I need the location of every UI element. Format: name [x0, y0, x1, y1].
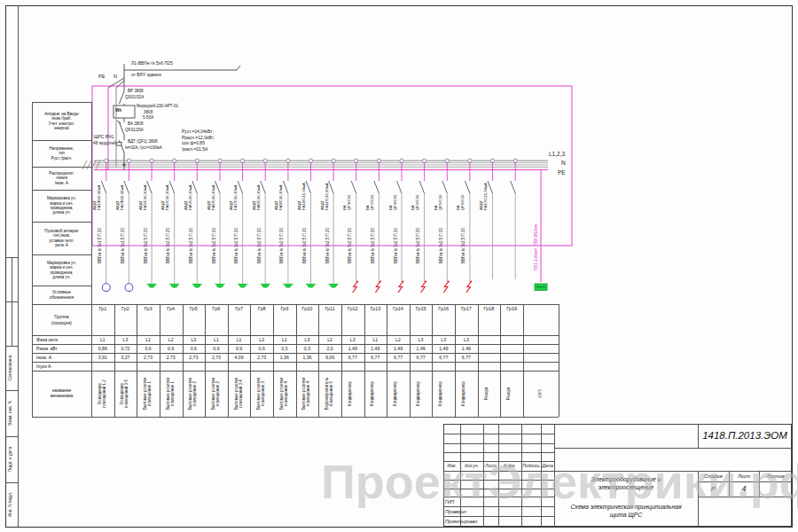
- cable-label: ВВГнг-ls 3х2,5 П 20: [348, 207, 352, 263]
- current-cell: 6,77: [341, 354, 364, 362]
- power-cell: 1,49: [364, 345, 387, 353]
- breaker-tag-label: АВДТ FA7/C16,30мА: [230, 171, 238, 210]
- breaker-tag-label: АВДТ FA6/C16,30мА: [207, 171, 215, 210]
- power-cell: 0,6: [137, 345, 160, 353]
- current-cell: 2,73: [137, 354, 160, 362]
- group-id-cell: Гр5: [183, 306, 206, 311]
- start-current-cell: [455, 363, 478, 371]
- cable-label: ВВГнг-ls 3х2,5 П 20: [439, 207, 443, 263]
- incoming-feeder: [108, 64, 240, 170]
- load-parameters: Руст.=14,04кВт; Ррасч.=12,0кВт; cos ф=0,…: [182, 129, 215, 152]
- main-switch-symbol: [120, 91, 125, 104]
- current-cell: 2,73: [183, 354, 206, 362]
- mechanism-name-label: Водонагреватель помещения 5: [325, 373, 333, 414]
- bus-tap: [445, 159, 449, 162]
- watermark: ПроектЭлектрики.рф: [321, 454, 798, 509]
- mechanism-name-label: Бытовые розетки помещения 1: [143, 373, 152, 414]
- cable-label: ВВГнг-ls 3х1,5 П 20: [121, 207, 125, 263]
- breaker-tag-label: ВА QF4/C16: [411, 171, 419, 210]
- bus-tap: [286, 159, 290, 162]
- cable-label: ВВГнг-ls 3х2,5 П 20: [302, 207, 307, 263]
- breaker-tag-label: АВДТ FA10/C16,30мА: [298, 171, 306, 210]
- bus-tap: [490, 159, 494, 162]
- lamp-icon: [125, 284, 133, 292]
- power-cell: 1,49: [341, 345, 364, 353]
- current-cell: 4,09: [228, 354, 251, 362]
- conditioner-icon: [466, 280, 473, 293]
- current-cell: [500, 354, 523, 362]
- n-label: N: [113, 74, 117, 80]
- input-breaker-type: ВА 3808: [128, 121, 143, 127]
- rcd-type: ВДТ (QF1) 3808: [128, 139, 158, 145]
- start-current-cell: [114, 363, 137, 371]
- phase-cell: L1: [91, 336, 114, 344]
- breaker-tag-label: ВА QF6/C16: [457, 171, 465, 210]
- cable-label: ВВГнг-ls 3х2,5 П 20: [416, 207, 420, 263]
- breaker-tag-label: АВДТ FA1/B10,30мА: [93, 171, 101, 210]
- group-id-cell: Гр11: [318, 306, 341, 311]
- group-id-cell: Гр4: [160, 306, 183, 311]
- kup-name-label: КУП: [538, 373, 543, 414]
- cable-label: ВВГнг-ls 3х2,5 П 20: [144, 207, 148, 263]
- current-cell: 2,73: [160, 354, 183, 362]
- cable-label: ВВГнг-ls 3х1,5 П 20: [98, 207, 102, 263]
- group-id-cell: Гр8: [250, 306, 273, 311]
- main-switch-type: ВР 3808: [128, 89, 144, 94]
- breaker-symbol: [169, 181, 175, 193]
- main-switch-tag: QS01/32A: [125, 95, 144, 100]
- start-current-cell: [364, 363, 387, 371]
- mechanism-name-label: Кондиционер: [416, 373, 420, 414]
- breaker-tag-label: АВДТ FA8/C16,30мА: [253, 171, 261, 210]
- phase-cell: L1: [364, 336, 387, 344]
- breaker-symbol: [238, 181, 243, 193]
- phase-cell: L1: [205, 336, 228, 344]
- mechanism-name-label: Бытовые розетки помещения 4: [301, 373, 310, 414]
- breaker-tag-label: АВДТ FA11/C16,30мА: [321, 171, 329, 210]
- breaker-symbol: [351, 181, 356, 193]
- bus-tap: [218, 159, 222, 162]
- breaker-tag-label: АВДТ FA2/B10,30мА: [116, 171, 124, 210]
- cable-label: ВВГнг-ls 3х2,5 П 20: [461, 207, 466, 263]
- cable-label: ВВГнг-ls 3х2,5 П 20: [189, 207, 193, 263]
- grid-hline: [32, 417, 559, 418]
- mechanism-name-label: Резерв: [506, 373, 511, 414]
- group-id-cell: Гр10: [296, 306, 319, 311]
- socket-icon: [238, 285, 247, 288]
- panel-boundary: [92, 86, 572, 246]
- phase-cell: L3: [296, 336, 319, 344]
- breaker-symbol: [511, 181, 516, 193]
- socket-icon: [261, 285, 270, 288]
- group-id-cell: Гр15: [410, 306, 433, 311]
- phase-cell: L1: [228, 336, 251, 344]
- phase-cell: L2: [160, 336, 183, 344]
- group-id-cell: Гр16: [432, 306, 455, 311]
- mechanism-name-label: Бытовые розетки помещений 3,4: [234, 373, 243, 414]
- phase-cell: L2: [250, 336, 273, 344]
- phase-cell: L3: [455, 336, 478, 344]
- row-label: Условные обозначения: [33, 286, 90, 304]
- meter-type: Меркурий-230-АРТ-01: [137, 104, 178, 109]
- breaker-symbol: [283, 181, 288, 193]
- row-label: Iном. А: [33, 353, 94, 362]
- breaker-tag-label: ВА QF2/C16: [366, 171, 374, 210]
- group-id-cell: Гр19: [500, 306, 523, 311]
- bus-tap: [332, 159, 335, 162]
- breaker-symbol: [488, 181, 493, 193]
- bus-tap: [513, 159, 517, 162]
- breaker-tag-label: АВДТ FA9/C16,30мА: [275, 171, 283, 210]
- start-current-cell: [137, 363, 160, 371]
- phase-cell: L1: [273, 336, 296, 344]
- bus-tap: [355, 159, 358, 162]
- breaker-symbol: [192, 181, 198, 193]
- power-cell: [478, 345, 501, 353]
- pe-label: PE: [98, 74, 105, 80]
- rcd-settings: Iн=32А; Iуст=100мА: [125, 145, 162, 151]
- current-cell: 1,36: [296, 354, 319, 362]
- row-label: Фаза сети: [33, 335, 94, 344]
- doc-number: 1418.П.2013.ЭОМ: [698, 426, 792, 446]
- bus-tap: [468, 159, 472, 162]
- mechanism-name-label: Резерв: [484, 373, 489, 414]
- group-id-cell: Гр9: [273, 306, 296, 311]
- group-id-cell: Гр6: [205, 306, 228, 311]
- cable-label: ВВГнг-ls 3х2,5 П 20: [212, 207, 216, 263]
